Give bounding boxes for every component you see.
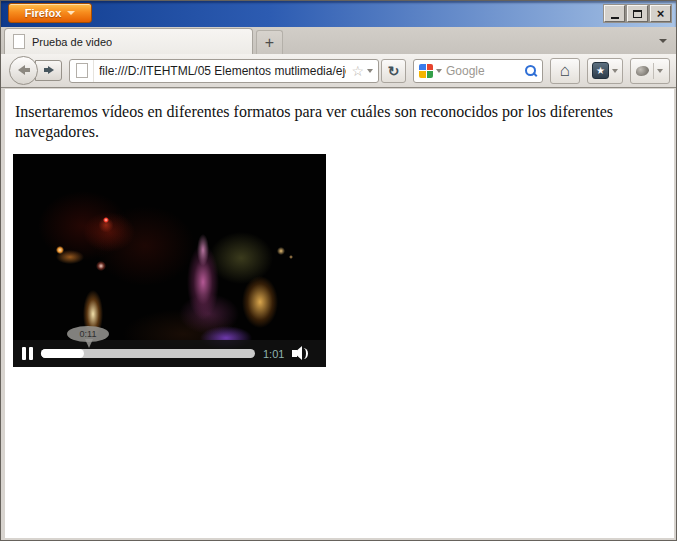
video-progress-bar[interactable] — [41, 349, 255, 358]
tab-bar: Prueba de video + — [1, 27, 676, 54]
arrow-left-icon — [18, 65, 30, 75]
urlbar-dropdown-icon[interactable] — [367, 69, 373, 73]
site-identity-button[interactable] — [70, 60, 94, 82]
intro-paragraph: Insertaremos vídeos en diferentes format… — [15, 102, 623, 143]
search-engine-dropdown-icon[interactable] — [436, 69, 442, 73]
close-button[interactable]: × — [650, 5, 671, 22]
browser-window: Firefox × Prueba de video + — [0, 0, 677, 541]
title-bar[interactable]: Firefox × — [1, 1, 676, 27]
search-bar[interactable] — [413, 59, 543, 83]
pause-icon — [22, 347, 26, 360]
tab-prueba-de-video[interactable]: Prueba de video — [4, 28, 253, 54]
page-content: Insertaremos vídeos en diferentes format… — [5, 89, 674, 538]
back-button[interactable] — [9, 56, 38, 85]
address-bar[interactable]: ☆ — [69, 59, 379, 83]
google-logo-icon[interactable] — [419, 64, 433, 78]
divider — [653, 63, 654, 79]
tooltip-tail — [85, 339, 93, 348]
bookmarks-button[interactable]: ★ — [587, 58, 623, 84]
list-all-tabs-icon[interactable] — [659, 39, 667, 43]
chevron-down-icon — [67, 11, 75, 15]
reload-icon: ↻ — [388, 63, 400, 79]
bookmarks-star-icon: ★ — [592, 62, 609, 79]
maximize-button[interactable] — [627, 5, 648, 22]
tooltip-time-label: 0:11 — [80, 329, 97, 339]
addon-dropdown-icon[interactable] — [657, 69, 663, 73]
pause-button[interactable] — [22, 347, 33, 360]
video-progress-fill — [41, 349, 84, 358]
plus-icon: + — [265, 35, 274, 51]
arrow-right-icon — [44, 66, 54, 74]
tab-label: Prueba de video — [32, 36, 112, 48]
home-button[interactable]: ⌂ — [550, 58, 580, 84]
search-input[interactable] — [446, 64, 521, 78]
video-duration-label: 1:01 — [263, 348, 284, 360]
tab-favicon-blank-page-icon — [13, 34, 25, 49]
search-icon[interactable] — [524, 64, 537, 77]
maximize-icon — [633, 10, 642, 18]
window-controls: × — [604, 5, 671, 22]
url-input[interactable] — [94, 64, 351, 78]
minimize-icon — [611, 17, 619, 19]
fly-addon-icon — [636, 66, 649, 76]
close-icon: × — [657, 7, 665, 20]
video-controls-bar: 1:01 — [13, 340, 326, 367]
minimize-button[interactable] — [604, 5, 625, 22]
reload-button[interactable]: ↻ — [381, 59, 406, 83]
firefox-menu-label: Firefox — [25, 7, 62, 19]
new-tab-button[interactable]: + — [256, 30, 283, 54]
forward-button[interactable] — [35, 60, 62, 81]
navigation-toolbar: ☆ ↻ ⌂ ★ — [1, 54, 676, 88]
bookmarks-dropdown-icon — [612, 69, 618, 73]
video-frame-fireworks[interactable] — [13, 154, 326, 367]
mute-button[interactable] — [292, 346, 309, 361]
blank-page-icon — [76, 63, 88, 78]
history-buttons — [9, 56, 65, 86]
home-icon: ⌂ — [560, 62, 570, 79]
addon-button[interactable] — [630, 58, 670, 84]
bookmark-star-icon[interactable]: ☆ — [351, 64, 364, 78]
firefox-menu-button[interactable]: Firefox — [8, 3, 92, 23]
video-player[interactable]: 0:11 1:01 — [13, 154, 326, 367]
